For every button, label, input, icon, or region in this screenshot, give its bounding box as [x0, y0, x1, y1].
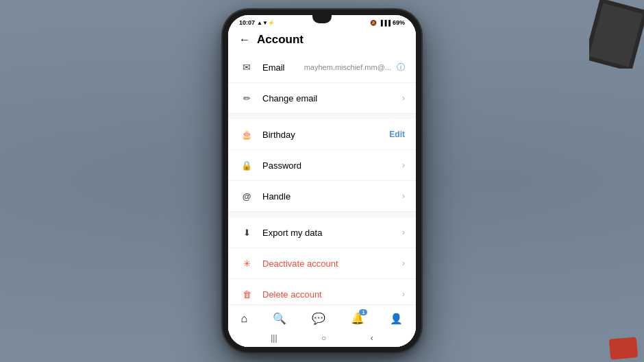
menu-item-email[interactable]: ✉ Email mayhem.mischief.mm@... ⓘ: [228, 52, 416, 83]
email-icon: ✉: [239, 60, 254, 75]
birthday-icon: 🎂: [239, 127, 254, 142]
profile-icon: 👤: [390, 313, 403, 325]
corner-decoration-top-right: [589, 0, 644, 69]
email-right: mayhem.mischief.mm@... ⓘ: [304, 62, 405, 73]
export-content: Export my data ›: [262, 228, 405, 238]
back-button[interactable]: ←: [239, 34, 250, 46]
nav-item-chat[interactable]: 💬: [308, 311, 330, 326]
birthday-label: Birthday: [262, 130, 295, 140]
handle-label: Handle: [262, 191, 290, 202]
change-email-chevron: ›: [402, 93, 405, 103]
search-icon: 🔍: [273, 312, 286, 325]
mute-icon: 🔕: [370, 20, 377, 26]
menu-item-delete[interactable]: 🗑 Delete account ›: [228, 279, 416, 304]
email-label: Email: [262, 62, 285, 73]
nav-item-search[interactable]: 🔍: [269, 311, 290, 326]
delete-content: Delete account ›: [262, 289, 405, 300]
menu-item-change-email[interactable]: ✏ Change email ›: [228, 83, 416, 114]
handle-chevron: ›: [402, 191, 405, 201]
phone-device: 10:07 ▲▼⚡ 🔕 ▐▐▐ 69% ← Account: [223, 10, 421, 352]
nav-item-home[interactable]: ⌂: [237, 311, 252, 326]
android-home-button[interactable]: ○: [316, 332, 332, 344]
notifications-badge: 1: [359, 309, 367, 315]
password-label: Password: [262, 160, 301, 171]
bottom-navigation: ⌂ 🔍 💬 🔔 1 👤: [228, 304, 416, 329]
birthday-edit-button[interactable]: Edit: [389, 130, 405, 139]
menu-item-birthday[interactable]: 🎂 Birthday Edit: [228, 119, 416, 150]
menu-item-deactivate[interactable]: ✳ Deactivate account ›: [228, 248, 416, 279]
app-header: ← Account: [228, 27, 416, 52]
nav-item-profile[interactable]: 👤: [386, 311, 407, 326]
menu-divider-1: [228, 114, 416, 119]
account-menu: ✉ Email mayhem.mischief.mm@... ⓘ ✏ Chang…: [228, 52, 416, 304]
deactivate-icon: ✳: [239, 256, 254, 271]
android-recent-button[interactable]: |||: [265, 332, 282, 344]
menu-divider-2: [228, 212, 416, 217]
chat-icon: 💬: [312, 312, 325, 325]
deactivate-label: Deactivate account: [262, 258, 338, 269]
email-value: mayhem.mischief.mm@...: [304, 63, 391, 71]
export-label: Export my data: [262, 228, 322, 238]
corner-decoration-bottom-right: [603, 328, 644, 362]
deactivate-content: Deactivate account ›: [262, 258, 405, 269]
export-icon: ⬇: [239, 225, 254, 240]
status-icons: 🔕 ▐▐▐ 69%: [370, 19, 405, 26]
menu-item-handle[interactable]: @ Handle ›: [228, 181, 416, 212]
time-display: 10:07: [239, 19, 255, 26]
battery-display: 69%: [393, 19, 405, 26]
change-email-content: Change email ›: [262, 93, 405, 104]
birthday-content: Birthday Edit: [262, 130, 405, 140]
export-chevron: ›: [402, 228, 405, 237]
deactivate-chevron: ›: [402, 258, 405, 268]
email-content: Email mayhem.mischief.mm@... ⓘ: [262, 62, 405, 73]
home-icon: ⌂: [241, 313, 248, 325]
signal-bars: ▐▐▐: [379, 20, 391, 26]
delete-label: Delete account: [262, 289, 322, 300]
handle-content: Handle ›: [262, 191, 405, 202]
change-email-label: Change email: [262, 93, 317, 104]
password-icon: 🔒: [239, 158, 254, 173]
phone-screen: 10:07 ▲▼⚡ 🔕 ▐▐▐ 69% ← Account: [228, 15, 416, 347]
page-title: Account: [257, 33, 304, 47]
signal-indicator: ▲▼⚡: [257, 20, 275, 26]
password-chevron: ›: [402, 160, 405, 170]
password-content: Password ›: [262, 160, 405, 171]
nav-item-notifications[interactable]: 🔔 1: [347, 311, 369, 326]
delete-icon: 🗑: [239, 287, 254, 302]
android-back-button[interactable]: ‹: [365, 332, 379, 344]
change-email-icon: ✏: [239, 90, 254, 106]
status-time: 10:07 ▲▼⚡: [239, 19, 275, 26]
verified-icon: ⓘ: [397, 62, 405, 73]
menu-item-password[interactable]: 🔒 Password ›: [228, 150, 416, 181]
app-content: ← Account ✉ Email mayhem.mischief.mm@...…: [228, 27, 416, 347]
menu-item-export[interactable]: ⬇ Export my data ›: [228, 217, 416, 248]
handle-icon: @: [239, 189, 254, 204]
android-navigation-bar: ||| ○ ‹: [228, 329, 416, 347]
delete-chevron: ›: [402, 289, 405, 299]
